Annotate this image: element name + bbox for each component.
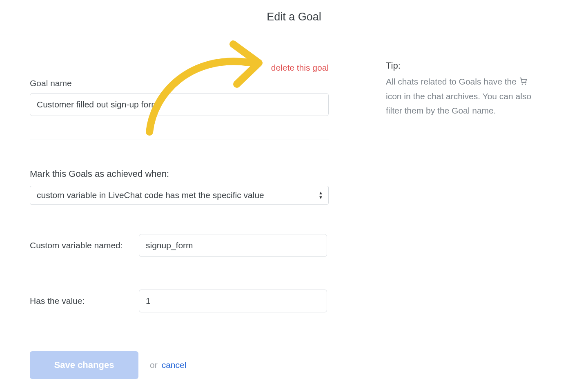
tip-body: All chats related to Goals have the icon… (386, 74, 533, 118)
has-value-input[interactable] (139, 290, 327, 312)
tip-heading: Tip: (386, 60, 533, 71)
page-header: Edit a Goal (0, 0, 588, 34)
tip-sidebar: Tip: All chats related to Goals have the… (386, 58, 533, 379)
cancel-link[interactable]: cancel (162, 360, 187, 370)
save-changes-button[interactable]: Save changes (30, 351, 138, 379)
has-value-label: Has the value: (30, 296, 139, 306)
tip-text-after: icon in the chat archives. You can also … (386, 91, 531, 116)
achieved-when-label: Mark this Goals as achieved when: (30, 169, 329, 179)
delete-goal-link[interactable]: delete this goal (271, 63, 329, 73)
goal-form: delete this goal Goal name Mark this Goa… (30, 58, 329, 379)
goal-name-label: Goal name (30, 78, 329, 88)
custom-variable-input[interactable] (139, 234, 327, 257)
goal-name-input[interactable] (30, 93, 329, 116)
form-divider (30, 140, 329, 140)
page-title: Edit a Goal (267, 11, 321, 23)
achieved-when-select[interactable]: custom variable in LiveChat code has met… (30, 186, 329, 205)
svg-point-2 (525, 84, 526, 85)
svg-point-1 (521, 84, 523, 85)
tip-text-before: All chats related to Goals have the (386, 77, 519, 86)
shopping-cart-icon (519, 76, 528, 85)
or-text: or (150, 360, 158, 370)
custom-variable-label: Custom variable named: (30, 241, 139, 250)
